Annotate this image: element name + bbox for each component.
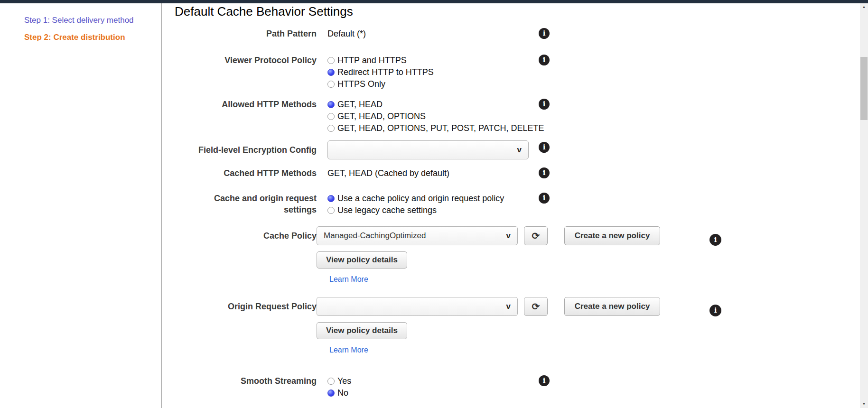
path-pattern-value: Default (*) xyxy=(327,28,366,39)
row-smooth-streaming: Smooth Streaming Yes No i xyxy=(175,375,860,399)
row-path-pattern: Path Pattern Default (*) i xyxy=(175,28,860,39)
radio-icon[interactable] xyxy=(327,57,335,64)
scroll-up-arrow-icon[interactable]: ▲ xyxy=(860,3,868,10)
radio-http-and-https[interactable]: HTTP and HTTPS xyxy=(327,55,434,66)
info-icon[interactable]: i xyxy=(539,28,550,39)
radio-icon[interactable] xyxy=(327,195,335,202)
origin-request-policy-learn-more-link[interactable]: Learn More xyxy=(329,346,368,354)
cached-http-methods-value: GET, HEAD (Cached by default) xyxy=(327,167,449,179)
field-level-encryption-label: Field-level Encryption Config xyxy=(175,140,317,159)
scrollbar-thumb[interactable] xyxy=(860,57,868,120)
row-field-level-encryption: Field-level Encryption Config v i xyxy=(175,140,860,159)
viewer-protocol-policy-label: Viewer Protocol Policy xyxy=(175,55,317,90)
create-cache-policy-button[interactable]: Create a new policy xyxy=(564,226,660,245)
radio-icon[interactable] xyxy=(327,378,335,385)
chevron-down-icon: v xyxy=(517,145,522,155)
info-icon[interactable]: i xyxy=(539,55,550,65)
chevron-down-icon: v xyxy=(506,302,511,311)
radio-icon[interactable] xyxy=(327,113,335,120)
radio-redirect-http-to-https[interactable]: Redirect HTTP to HTTPS xyxy=(327,66,434,78)
top-nav-bar xyxy=(0,0,868,3)
info-icon[interactable]: i xyxy=(709,234,721,246)
radio-icon[interactable] xyxy=(327,125,335,132)
radio-icon[interactable] xyxy=(327,207,335,214)
info-icon[interactable]: i xyxy=(539,193,550,204)
origin-request-policy-label: Origin Request Policy xyxy=(175,297,317,354)
field-level-encryption-select[interactable]: v xyxy=(327,140,529,159)
cache-origin-settings-label: Cache and origin request settings xyxy=(175,193,317,216)
radio-get-head-options[interactable]: GET, HEAD, OPTIONS xyxy=(327,111,544,122)
select-value: Managed-CachingOptimized xyxy=(324,231,426,241)
row-cache-policy: Cache Policy Managed-CachingOptimized v … xyxy=(175,226,860,284)
origin-request-policy-select[interactable]: v xyxy=(317,297,518,316)
row-cache-origin-settings: Cache and origin request settings Use a … xyxy=(175,193,860,216)
sidebar-step2-current: Step 2: Create distribution xyxy=(24,33,161,42)
radio-icon[interactable] xyxy=(327,69,335,76)
create-origin-request-policy-button[interactable]: Create a new policy xyxy=(564,297,660,316)
radio-icon[interactable] xyxy=(327,389,335,397)
info-icon[interactable]: i xyxy=(709,305,721,316)
refresh-icon: ⟳ xyxy=(532,301,540,312)
info-icon[interactable]: i xyxy=(539,167,550,178)
radio-smooth-streaming-yes[interactable]: Yes xyxy=(327,375,351,387)
smooth-streaming-label: Smooth Streaming xyxy=(175,375,317,399)
refresh-origin-request-policy-button[interactable]: ⟳ xyxy=(524,297,548,316)
path-pattern-label: Path Pattern xyxy=(175,28,317,39)
radio-icon[interactable] xyxy=(327,81,335,88)
row-allowed-http-methods: Allowed HTTP Methods GET, HEAD GET, HEAD… xyxy=(175,99,860,134)
cache-policy-label: Cache Policy xyxy=(175,226,317,284)
view-cache-policy-details-button[interactable]: View policy details xyxy=(317,251,407,269)
chevron-down-icon: v xyxy=(506,231,511,241)
info-icon[interactable]: i xyxy=(539,375,550,386)
info-icon[interactable]: i xyxy=(539,99,550,110)
page-title: Default Cache Behavior Settings xyxy=(175,4,860,19)
row-origin-request-policy: Origin Request Policy v ⟳ Create a new p… xyxy=(175,297,860,354)
refresh-icon: ⟳ xyxy=(532,230,540,241)
scroll-down-arrow-icon[interactable]: ▼ xyxy=(860,400,868,407)
radio-get-head[interactable]: GET, HEAD xyxy=(327,99,544,111)
radio-get-head-options-put-post-patch-delete[interactable]: GET, HEAD, OPTIONS, PUT, POST, PATCH, DE… xyxy=(327,122,544,134)
radio-smooth-streaming-no[interactable]: No xyxy=(327,387,351,399)
row-cached-http-methods: Cached HTTP Methods GET, HEAD (Cached by… xyxy=(175,167,860,179)
radio-use-legacy-cache-settings[interactable]: Use legacy cache settings xyxy=(327,204,504,216)
main-content: Default Cache Behavior Settings Path Pat… xyxy=(162,3,860,408)
radio-use-cache-policy[interactable]: Use a cache policy and origin request po… xyxy=(327,193,504,204)
cache-policy-select[interactable]: Managed-CachingOptimized v xyxy=(317,226,518,245)
vertical-scrollbar[interactable]: ▲ ▼ xyxy=(860,3,868,408)
row-viewer-protocol-policy: Viewer Protocol Policy HTTP and HTTPS Re… xyxy=(175,55,860,90)
cache-policy-learn-more-link[interactable]: Learn More xyxy=(329,275,368,284)
wizard-steps-sidebar: Step 1: Select delivery method Step 2: C… xyxy=(0,3,162,408)
allowed-http-methods-label: Allowed HTTP Methods xyxy=(175,99,317,134)
info-icon[interactable]: i xyxy=(539,142,550,153)
refresh-cache-policy-button[interactable]: ⟳ xyxy=(524,226,548,245)
view-origin-request-policy-details-button[interactable]: View policy details xyxy=(317,322,407,339)
cached-http-methods-label: Cached HTTP Methods xyxy=(175,167,317,179)
sidebar-step1-link[interactable]: Step 1: Select delivery method xyxy=(24,16,161,25)
radio-https-only[interactable]: HTTPS Only xyxy=(327,78,434,90)
radio-icon[interactable] xyxy=(327,101,335,108)
